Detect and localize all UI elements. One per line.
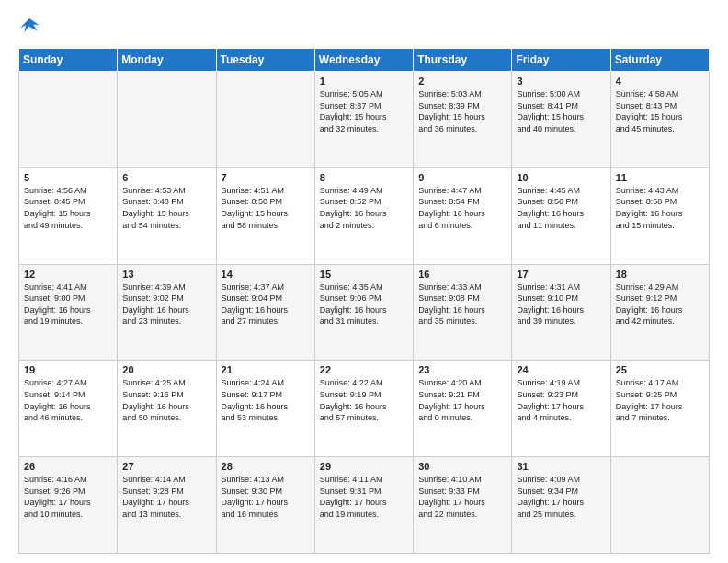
calendar-cell: 6Sunrise: 4:53 AM Sunset: 8:48 PM Daylig…	[118, 167, 216, 264]
day-number: 8	[320, 172, 408, 183]
calendar-cell: 23Sunrise: 4:20 AM Sunset: 9:21 PM Dayli…	[414, 361, 512, 457]
day-info: Sunrise: 4:17 AM Sunset: 9:25 PM Dayligh…	[616, 377, 704, 423]
calendar-week-row: 26Sunrise: 4:16 AM Sunset: 9:26 PM Dayli…	[19, 457, 710, 554]
day-info: Sunrise: 5:05 AM Sunset: 8:37 PM Dayligh…	[320, 88, 408, 134]
day-info: Sunrise: 4:22 AM Sunset: 9:19 PM Dayligh…	[320, 377, 408, 423]
col-monday: Monday	[118, 49, 216, 72]
day-number: 7	[222, 172, 310, 183]
calendar-cell: 24Sunrise: 4:19 AM Sunset: 9:23 PM Dayli…	[512, 361, 610, 457]
day-number: 24	[517, 364, 605, 375]
day-number: 4	[616, 75, 704, 86]
calendar-cell: 29Sunrise: 4:11 AM Sunset: 9:31 PM Dayli…	[314, 457, 413, 554]
page: Sunday Monday Tuesday Wednesday Thursday…	[0, 0, 728, 563]
col-saturday: Saturday	[610, 49, 709, 72]
day-info: Sunrise: 4:37 AM Sunset: 9:04 PM Dayligh…	[222, 282, 310, 327]
day-number: 29	[320, 461, 408, 472]
day-info: Sunrise: 5:00 AM Sunset: 8:41 PM Dayligh…	[517, 88, 605, 134]
calendar-cell: 15Sunrise: 4:35 AM Sunset: 9:06 PM Dayli…	[314, 264, 413, 361]
day-info: Sunrise: 4:27 AM Sunset: 9:14 PM Dayligh…	[24, 377, 112, 423]
day-number: 12	[24, 269, 112, 280]
day-info: Sunrise: 4:56 AM Sunset: 8:45 PM Dayligh…	[24, 185, 112, 231]
day-number: 11	[616, 172, 704, 183]
day-number: 1	[320, 75, 408, 86]
day-number: 10	[517, 172, 605, 183]
day-info: Sunrise: 4:43 AM Sunset: 8:58 PM Dayligh…	[616, 185, 704, 231]
day-info: Sunrise: 4:53 AM Sunset: 8:48 PM Dayligh…	[122, 185, 210, 231]
calendar-cell: 18Sunrise: 4:29 AM Sunset: 9:12 PM Dayli…	[610, 264, 709, 361]
calendar-cell: 4Sunrise: 4:58 AM Sunset: 8:43 PM Daylig…	[610, 72, 709, 168]
calendar-cell: 14Sunrise: 4:37 AM Sunset: 9:04 PM Dayli…	[216, 264, 314, 361]
day-info: Sunrise: 4:31 AM Sunset: 9:10 PM Dayligh…	[517, 282, 605, 327]
calendar-cell: 19Sunrise: 4:27 AM Sunset: 9:14 PM Dayli…	[19, 361, 118, 457]
day-number: 30	[418, 461, 506, 472]
day-number: 18	[616, 269, 704, 280]
day-number: 14	[222, 269, 310, 280]
calendar-cell: 31Sunrise: 4:09 AM Sunset: 9:34 PM Dayli…	[512, 457, 610, 554]
day-info: Sunrise: 4:35 AM Sunset: 9:06 PM Dayligh…	[320, 282, 408, 327]
day-number: 26	[24, 461, 112, 472]
day-info: Sunrise: 4:45 AM Sunset: 8:56 PM Dayligh…	[517, 185, 605, 231]
day-info: Sunrise: 4:25 AM Sunset: 9:16 PM Dayligh…	[122, 377, 210, 423]
calendar-cell: 12Sunrise: 4:41 AM Sunset: 9:00 PM Dayli…	[19, 264, 118, 361]
day-number: 9	[418, 172, 506, 183]
calendar-cell: 26Sunrise: 4:16 AM Sunset: 9:26 PM Dayli…	[19, 457, 118, 554]
col-wednesday: Wednesday	[314, 49, 413, 72]
calendar-cell: 5Sunrise: 4:56 AM Sunset: 8:45 PM Daylig…	[19, 167, 118, 264]
day-number: 16	[418, 269, 506, 280]
day-info: Sunrise: 4:13 AM Sunset: 9:30 PM Dayligh…	[222, 474, 310, 520]
day-number: 17	[517, 269, 605, 280]
day-info: Sunrise: 4:11 AM Sunset: 9:31 PM Dayligh…	[320, 474, 408, 520]
calendar-cell	[19, 72, 118, 168]
calendar-cell: 2Sunrise: 5:03 AM Sunset: 8:39 PM Daylig…	[414, 72, 512, 168]
day-info: Sunrise: 4:58 AM Sunset: 8:43 PM Dayligh…	[616, 88, 704, 134]
calendar-cell: 3Sunrise: 5:00 AM Sunset: 8:41 PM Daylig…	[512, 72, 610, 168]
calendar-cell: 8Sunrise: 4:49 AM Sunset: 8:52 PM Daylig…	[314, 167, 413, 264]
calendar-cell	[610, 457, 709, 554]
day-number: 23	[418, 364, 506, 375]
day-info: Sunrise: 4:47 AM Sunset: 8:54 PM Dayligh…	[418, 185, 506, 231]
day-info: Sunrise: 4:33 AM Sunset: 9:08 PM Dayligh…	[418, 282, 506, 327]
day-info: Sunrise: 4:51 AM Sunset: 8:50 PM Dayligh…	[222, 185, 310, 231]
col-thursday: Thursday	[414, 49, 512, 72]
calendar-cell	[216, 72, 314, 168]
day-info: Sunrise: 4:09 AM Sunset: 9:34 PM Dayligh…	[517, 474, 605, 520]
calendar-cell: 17Sunrise: 4:31 AM Sunset: 9:10 PM Dayli…	[512, 264, 610, 361]
calendar-cell: 13Sunrise: 4:39 AM Sunset: 9:02 PM Dayli…	[118, 264, 216, 361]
calendar-cell: 28Sunrise: 4:13 AM Sunset: 9:30 PM Dayli…	[216, 457, 314, 554]
calendar-week-row: 12Sunrise: 4:41 AM Sunset: 9:00 PM Dayli…	[19, 264, 710, 361]
svg-marker-0	[20, 18, 40, 32]
calendar-cell: 1Sunrise: 5:05 AM Sunset: 8:37 PM Daylig…	[314, 72, 413, 168]
col-tuesday: Tuesday	[216, 49, 314, 72]
day-number: 19	[24, 364, 112, 375]
day-info: Sunrise: 4:24 AM Sunset: 9:17 PM Dayligh…	[222, 377, 310, 423]
day-number: 21	[222, 364, 310, 375]
day-info: Sunrise: 4:19 AM Sunset: 9:23 PM Dayligh…	[517, 377, 605, 423]
day-info: Sunrise: 4:49 AM Sunset: 8:52 PM Dayligh…	[320, 185, 408, 231]
day-info: Sunrise: 4:16 AM Sunset: 9:26 PM Dayligh…	[24, 474, 112, 520]
calendar-cell: 30Sunrise: 4:10 AM Sunset: 9:33 PM Dayli…	[414, 457, 512, 554]
calendar-table: Sunday Monday Tuesday Wednesday Thursday…	[18, 48, 710, 554]
calendar-cell: 16Sunrise: 4:33 AM Sunset: 9:08 PM Dayli…	[414, 264, 512, 361]
day-number: 20	[122, 364, 210, 375]
calendar-cell: 20Sunrise: 4:25 AM Sunset: 9:16 PM Dayli…	[118, 361, 216, 457]
day-info: Sunrise: 4:41 AM Sunset: 9:00 PM Dayligh…	[24, 282, 112, 327]
day-info: Sunrise: 4:39 AM Sunset: 9:02 PM Dayligh…	[122, 282, 210, 327]
calendar-week-row: 19Sunrise: 4:27 AM Sunset: 9:14 PM Dayli…	[19, 361, 710, 457]
calendar-week-row: 1Sunrise: 5:05 AM Sunset: 8:37 PM Daylig…	[19, 72, 710, 168]
col-friday: Friday	[512, 49, 610, 72]
day-number: 31	[517, 461, 605, 472]
day-info: Sunrise: 4:14 AM Sunset: 9:28 PM Dayligh…	[122, 474, 210, 520]
day-number: 28	[222, 461, 310, 472]
day-number: 6	[122, 172, 210, 183]
calendar-cell: 21Sunrise: 4:24 AM Sunset: 9:17 PM Dayli…	[216, 361, 314, 457]
day-number: 13	[122, 269, 210, 280]
day-info: Sunrise: 4:20 AM Sunset: 9:21 PM Dayligh…	[418, 377, 506, 423]
calendar-cell: 22Sunrise: 4:22 AM Sunset: 9:19 PM Dayli…	[314, 361, 413, 457]
day-number: 22	[320, 364, 408, 375]
col-sunday: Sunday	[19, 49, 118, 72]
calendar-cell: 7Sunrise: 4:51 AM Sunset: 8:50 PM Daylig…	[216, 167, 314, 264]
calendar-cell	[118, 72, 216, 168]
calendar-cell: 27Sunrise: 4:14 AM Sunset: 9:28 PM Dayli…	[118, 457, 216, 554]
calendar-cell: 11Sunrise: 4:43 AM Sunset: 8:58 PM Dayli…	[610, 167, 709, 264]
calendar-header-row: Sunday Monday Tuesday Wednesday Thursday…	[19, 49, 710, 72]
